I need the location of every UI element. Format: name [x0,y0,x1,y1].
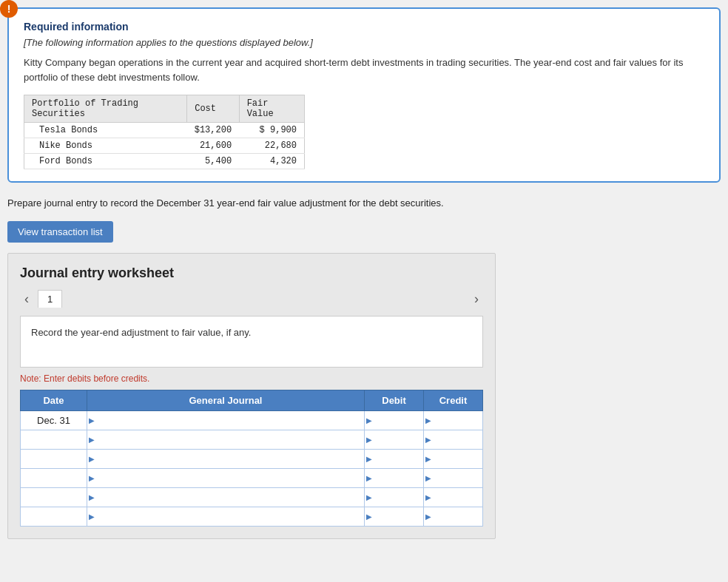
debit-input[interactable] [365,411,423,430]
general-journal-cell[interactable]: ▶ [87,449,365,468]
general-journal-cell[interactable]: ▶ [87,487,365,507]
col-header-general-journal: General Journal [87,390,365,410]
col-header-cost: Cost [187,95,239,123]
general-journal-input[interactable] [87,507,364,526]
tab-number[interactable]: 1 [38,290,62,308]
debit-cell[interactable]: ▶ [365,468,424,487]
table-row: Nike Bonds21,60022,680 [24,138,305,154]
date-cell [21,449,87,468]
debit-input[interactable] [365,469,423,487]
general-journal-cell[interactable]: ▶ [87,410,365,430]
col-header-portfolio: Portfolio of Trading Securities [24,95,187,123]
col-header-credit: Credit [424,390,483,410]
italic-note: [The following information applies to th… [24,37,704,48]
worksheet-box: Journal entry worksheet ‹ 1 › Record the… [7,253,496,539]
debit-input[interactable] [365,488,423,507]
info-icon: ! [0,0,18,18]
tab-navigation: ‹ 1 › [20,290,483,308]
view-transaction-button[interactable]: View transaction list [7,221,113,243]
input-arrow-icon: ▶ [366,455,372,463]
date-cell: Dec. 31 [21,410,87,430]
next-arrow-button[interactable]: › [470,290,483,308]
credit-cell[interactable]: ▶ [424,507,483,526]
table-row: Dec. 31▶▶▶ [21,410,483,430]
input-arrow-icon: ▶ [89,512,95,521]
credit-cell[interactable]: ▶ [424,449,483,468]
input-arrow-icon: ▶ [366,436,372,444]
note-text: Note: Enter debits before credits. [20,373,483,384]
debit-cell[interactable]: ▶ [365,430,424,449]
table-row: ▶▶▶ [21,507,483,526]
input-arrow-icon: ▶ [89,436,95,444]
general-journal-input[interactable] [87,469,364,487]
general-journal-cell[interactable]: ▶ [87,430,365,449]
credit-input[interactable] [424,450,482,468]
table-row: ▶▶▶ [21,487,483,507]
debit-input[interactable] [365,450,423,468]
credit-input[interactable] [424,411,482,430]
instruction-box: Record the year-end adjustment to fair v… [20,316,483,368]
instruction-text: Record the year-end adjustment to fair v… [31,327,251,338]
general-journal-input[interactable] [87,488,364,507]
input-arrow-icon: ▶ [425,512,431,521]
table-row: Tesla Bonds$13,200$ 9,900 [24,123,305,138]
input-arrow-icon: ▶ [425,436,431,444]
input-arrow-icon: ▶ [366,416,372,424]
description-text: Kitty Company began operations in the cu… [24,55,704,84]
credit-input[interactable] [424,507,482,526]
securities-table: Portfolio of Trading Securities Cost Fai… [24,95,305,169]
debit-cell[interactable]: ▶ [365,507,424,526]
debit-cell[interactable]: ▶ [365,487,424,507]
table-row: ▶▶▶ [21,430,483,449]
input-arrow-icon: ▶ [366,474,372,482]
credit-input[interactable] [424,469,482,487]
input-arrow-icon: ▶ [89,416,95,424]
debit-input[interactable] [365,430,423,449]
prev-arrow-button[interactable]: ‹ [20,290,33,308]
general-journal-input[interactable] [87,450,364,468]
col-header-date: Date [21,390,87,410]
input-arrow-icon: ▶ [425,474,431,482]
info-box: ! Required information [The following in… [7,7,721,183]
debit-input[interactable] [365,507,423,526]
general-journal-cell[interactable]: ▶ [87,468,365,487]
prepare-text: Prepare journal entry to record the Dece… [7,196,721,211]
journal-table: Date General Journal Debit Credit Dec. 3… [20,390,483,527]
credit-input[interactable] [424,430,482,449]
input-arrow-icon: ▶ [425,416,431,424]
table-row: Ford Bonds5,4004,320 [24,154,305,169]
general-journal-input[interactable] [87,430,364,449]
date-cell [21,430,87,449]
table-row: ▶▶▶ [21,449,483,468]
date-cell [21,507,87,526]
input-arrow-icon: ▶ [425,493,431,501]
input-arrow-icon: ▶ [425,455,431,463]
credit-cell[interactable]: ▶ [424,487,483,507]
credit-cell[interactable]: ▶ [424,410,483,430]
debit-cell[interactable]: ▶ [365,410,424,430]
input-arrow-icon: ▶ [366,512,372,521]
input-arrow-icon: ▶ [89,455,95,463]
general-journal-cell[interactable]: ▶ [87,507,365,526]
credit-input[interactable] [424,488,482,507]
worksheet-title: Journal entry worksheet [20,265,483,281]
table-row: ▶▶▶ [21,468,483,487]
col-header-debit: Debit [365,390,424,410]
input-arrow-icon: ▶ [89,474,95,482]
required-info-title: Required information [24,21,704,33]
debit-cell[interactable]: ▶ [365,449,424,468]
input-arrow-icon: ▶ [89,493,95,501]
date-cell [21,487,87,507]
general-journal-input[interactable] [87,411,364,430]
credit-cell[interactable]: ▶ [424,468,483,487]
date-cell [21,468,87,487]
credit-cell[interactable]: ▶ [424,430,483,449]
col-header-fairvalue: Fair Value [239,95,304,123]
input-arrow-icon: ▶ [366,493,372,501]
